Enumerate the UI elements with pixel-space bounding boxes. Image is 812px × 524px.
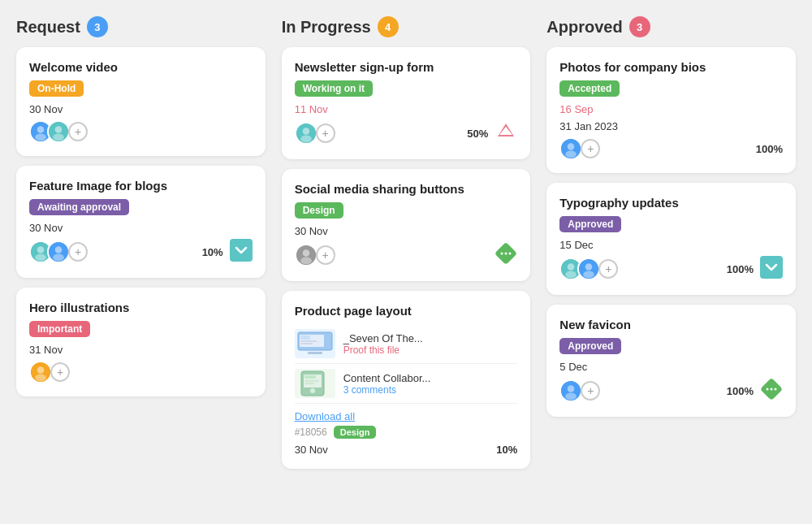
- svg-point-56: [766, 388, 768, 391]
- card-welcome-video: Welcome videoOn-Hold30 Nov +: [16, 47, 266, 156]
- dots-diamond-icon: [495, 242, 517, 268]
- svg-point-7: [37, 246, 45, 253]
- avatar: [559, 137, 582, 160]
- card-tag: Approved: [559, 338, 621, 354]
- card-percent: 10%: [496, 444, 517, 456]
- svg-point-1: [37, 126, 45, 133]
- card-title: Social media sharing buttons: [295, 182, 518, 196]
- add-assignee-button[interactable]: +: [50, 362, 70, 382]
- card-newsletter: Newsletter sign-up formWorking on it11 N…: [282, 47, 531, 159]
- column-title: Approved: [546, 18, 622, 37]
- add-assignee-button[interactable]: +: [68, 242, 88, 262]
- add-assignee-button[interactable]: +: [316, 245, 335, 265]
- svg-point-46: [568, 263, 575, 271]
- card-date: 16 Sep: [559, 103, 783, 115]
- file-info: _Seven Of The...Proof this file: [343, 332, 518, 356]
- card-date: 31 Nov: [29, 344, 253, 356]
- card-footer: +100%: [559, 137, 783, 160]
- svg-point-44: [565, 151, 577, 158]
- card-percent: 10%: [202, 246, 223, 258]
- svg-point-18: [300, 136, 312, 143]
- card-footer: +100%: [559, 378, 783, 404]
- card-actions: 10%: [202, 239, 253, 265]
- card-feature-image: Feature Image for blogsAwaiting approval…: [16, 166, 266, 278]
- avatar: [47, 240, 70, 263]
- avatar-group: +: [559, 258, 618, 280]
- svg-point-43: [568, 143, 575, 150]
- card-footer: +: [29, 361, 253, 383]
- svg-rect-33: [300, 340, 317, 342]
- card-tag: Working on it: [295, 80, 373, 97]
- kanban-board: Request3Welcome videoOn-Hold30 Nov +Feat…: [16, 16, 796, 479]
- add-assignee-button[interactable]: +: [68, 122, 88, 141]
- avatar: [47, 120, 70, 143]
- card-footer: +100%: [559, 256, 783, 282]
- column-request: Request3Welcome videoOn-Hold30 Nov +Feat…: [16, 16, 266, 479]
- chevron-down-icon: [230, 239, 253, 265]
- avatar: [295, 244, 317, 266]
- add-assignee-button[interactable]: +: [581, 139, 600, 158]
- card-date: 5 Dec: [559, 361, 783, 373]
- svg-rect-39: [304, 380, 319, 382]
- card-date: 11 Nov: [295, 103, 518, 115]
- column-approved: Approved3Photos for company biosAccepted…: [546, 16, 796, 479]
- card-meta: #18056Design: [295, 426, 518, 439]
- avatar: [29, 361, 52, 383]
- card-title: Newsletter sign-up form: [295, 60, 518, 74]
- dots-diamond-icon: [760, 378, 783, 404]
- add-assignee-button[interactable]: +: [581, 381, 600, 401]
- file-thumbnail: [295, 329, 335, 358]
- card-date2: 31 Jan 2023: [559, 120, 783, 132]
- svg-point-8: [35, 254, 46, 262]
- file-info: Content Collabor...3 comments: [343, 372, 518, 396]
- card-actions: 100%: [727, 256, 783, 282]
- file-comments[interactable]: 3 comments: [343, 384, 518, 396]
- card-photos-company: Photos for company biosAccepted16 Sep31 …: [546, 47, 796, 173]
- avatar: [559, 379, 582, 402]
- avatar-group: +: [295, 122, 335, 145]
- card-actions: 50%: [467, 120, 517, 146]
- svg-point-2: [35, 134, 46, 141]
- column-header: In Progress4: [282, 16, 531, 37]
- card-hero-illustrations: Hero illustrationsImportant31 Nov +: [16, 288, 266, 396]
- card-social-media: Social media sharing buttonsDesign30 Nov…: [282, 169, 531, 281]
- chevron-down-icon: [760, 256, 783, 282]
- card-new-favicon: New faviconApproved5 Dec +100%: [546, 305, 796, 417]
- card-title: New favicon: [559, 318, 783, 331]
- svg-point-14: [37, 366, 45, 374]
- card-date: 30 Nov: [29, 103, 253, 115]
- svg-point-17: [302, 128, 309, 135]
- add-assignee-button[interactable]: +: [598, 259, 618, 279]
- svg-rect-32: [300, 336, 310, 340]
- card-percent: 100%: [727, 385, 754, 397]
- svg-point-25: [501, 253, 503, 255]
- svg-point-47: [565, 271, 577, 279]
- svg-point-11: [53, 254, 64, 262]
- card-date: 30 Nov: [295, 225, 518, 237]
- add-assignee-button[interactable]: +: [316, 123, 335, 143]
- card-tag: Important: [29, 321, 90, 337]
- card-percent: 100%: [727, 263, 754, 275]
- card-percent: 100%: [756, 143, 783, 155]
- column-title: In Progress: [282, 18, 371, 37]
- avatar-group: +: [29, 361, 70, 383]
- file-action[interactable]: Proof this file: [343, 344, 518, 356]
- card-typography: Typography updatesApproved15 Dec +100%: [546, 183, 796, 295]
- card-title: Typography updates: [559, 196, 783, 210]
- card-actions: 100%: [756, 143, 783, 155]
- card-tag: Approved: [559, 216, 621, 232]
- column-header: Request3: [16, 16, 266, 37]
- column-badge: 3: [629, 16, 650, 37]
- svg-point-53: [568, 385, 575, 392]
- svg-point-41: [310, 388, 315, 393]
- avatar-group: +: [29, 120, 88, 143]
- avatar-group: +: [29, 240, 88, 263]
- card-footer: +50%: [295, 120, 518, 146]
- svg-point-5: [53, 134, 64, 141]
- download-all-link[interactable]: Download all: [295, 410, 518, 422]
- card-actions: 100%: [727, 378, 783, 404]
- card-footer: +: [295, 242, 518, 268]
- file-thumbnail: [295, 369, 335, 398]
- card-footer: +: [29, 120, 253, 143]
- file-item: _Seven Of The...Proof this file: [295, 324, 518, 364]
